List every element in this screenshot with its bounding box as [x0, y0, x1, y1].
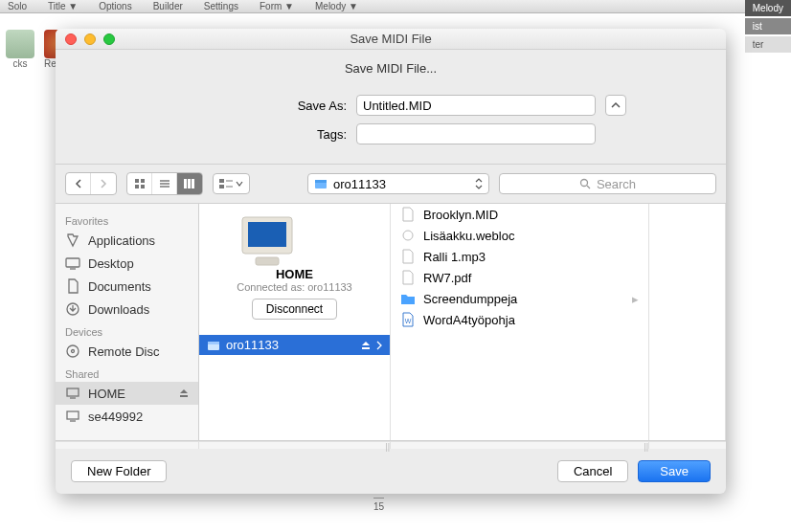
tags-label: Tags:	[155, 127, 347, 142]
disconnect-button[interactable]: Disconnect	[252, 299, 337, 320]
background-right-tabs: Melody ist ter	[745, 0, 791, 53]
sidebar-section-devices: Devices	[56, 321, 198, 340]
disc-icon	[65, 344, 80, 359]
svg-rect-31	[208, 342, 219, 344]
search-icon	[579, 178, 591, 189]
dialog-subtitle: Save MIDI File...	[56, 50, 726, 83]
column-computer: HOME Connected as: oro11133 Disconnect o…	[199, 204, 391, 440]
file-row[interactable]: Screendumppeja▸	[391, 288, 648, 309]
arrange-button[interactable]	[213, 173, 250, 194]
background-menu: SoloTitle ▼OptionsBuilderSettingsForm ▼M…	[0, 0, 791, 13]
svg-rect-25	[67, 411, 79, 419]
chevron-left-icon	[75, 179, 82, 188]
sidebar-item-documents[interactable]: Documents	[56, 275, 198, 298]
save-dialog: Save MIDI File Save MIDI File... Save As…	[56, 29, 726, 494]
svg-rect-7	[184, 179, 187, 188]
file-row[interactable]: Lisäakku.webloc	[391, 225, 648, 246]
svg-rect-8	[188, 179, 191, 188]
location-label: oro11133	[333, 177, 386, 191]
chevron-up-icon	[611, 100, 621, 110]
computer-name: HOME	[237, 267, 351, 281]
column-resize-row: || ||	[56, 441, 726, 449]
svg-point-21	[67, 345, 79, 357]
svg-rect-11	[219, 185, 224, 188]
folder-icon	[400, 291, 416, 306]
save-button[interactable]: Save	[638, 460, 711, 482]
downloads-icon	[65, 301, 80, 317]
chevron-right-icon	[100, 179, 107, 188]
sidebar-item-desktop[interactable]: Desktop	[56, 252, 198, 275]
columns-icon	[183, 178, 196, 189]
svg-rect-23	[67, 388, 79, 396]
saveas-input[interactable]	[356, 95, 596, 116]
desktop-icon	[65, 255, 80, 271]
browser-toolbar: oro11133 Search	[56, 165, 726, 203]
webloc-icon	[400, 228, 416, 243]
svg-rect-1	[141, 179, 145, 183]
connected-as-label: Connected as: oro11133	[237, 281, 351, 293]
pc-icon	[65, 386, 80, 401]
sidebar-item-se449992[interactable]: se449992	[56, 405, 198, 428]
file-row[interactable]: WWordA4työpohja	[391, 309, 648, 330]
chevron-down-icon	[236, 180, 243, 188]
column-files: Brooklyn.MID Lisäakku.webloc Ralli 1.mp3…	[391, 204, 649, 440]
svg-rect-18	[66, 258, 79, 267]
saveas-label: Save As:	[155, 99, 347, 113]
tags-input[interactable]	[356, 123, 596, 144]
applications-icon	[65, 233, 80, 248]
svg-point-22	[72, 350, 75, 353]
volume-row[interactable]: oro11133	[199, 335, 390, 355]
location-popup[interactable]: oro11133	[307, 173, 489, 194]
timeline-ruler: 15	[373, 498, 384, 517]
sidebar-section-favorites: Favorites	[56, 210, 198, 229]
window-title: Save MIDI File	[56, 32, 726, 46]
icon-view-button[interactable]	[127, 173, 152, 194]
svg-rect-15	[315, 180, 327, 183]
word-icon: W	[400, 312, 416, 327]
list-icon	[159, 178, 170, 189]
titlebar: Save MIDI File	[56, 29, 726, 50]
svg-text:W: W	[405, 318, 412, 324]
grid-icon	[134, 178, 146, 189]
sidebar-item-applications[interactable]: Applications	[56, 229, 198, 252]
svg-rect-0	[135, 179, 139, 183]
collapse-toggle-button[interactable]	[605, 95, 626, 116]
eject-icon[interactable]	[179, 388, 189, 398]
audio-icon	[400, 249, 416, 264]
svg-rect-3	[141, 185, 145, 188]
crt-monitor-icon	[237, 213, 298, 267]
sidebar-section-shared: Shared	[56, 363, 198, 382]
group-icon	[219, 178, 233, 189]
sidebar: Favorites Applications Desktop Documents…	[56, 204, 199, 440]
documents-icon	[65, 278, 80, 294]
svg-rect-29	[256, 257, 279, 265]
sidebar-item-home[interactable]: HOME	[56, 382, 198, 405]
svg-rect-9	[192, 179, 194, 188]
new-folder-button[interactable]: New Folder	[71, 460, 167, 482]
svg-point-16	[580, 180, 587, 187]
chevron-right-icon	[376, 341, 382, 350]
column-empty	[649, 204, 726, 440]
svg-rect-2	[135, 185, 139, 188]
column-view-button[interactable]	[177, 173, 202, 194]
svg-rect-28	[248, 222, 286, 247]
file-row[interactable]: RW7.pdf	[391, 267, 648, 288]
svg-rect-10	[219, 179, 224, 183]
back-button[interactable]	[66, 173, 91, 194]
svg-line-17	[587, 186, 590, 188]
forward-button[interactable]	[91, 173, 116, 194]
svg-point-32	[403, 231, 413, 240]
file-row[interactable]: Brooklyn.MID	[391, 204, 648, 225]
pdf-icon	[400, 270, 416, 285]
list-view-button[interactable]	[152, 173, 177, 194]
file-row[interactable]: Ralli 1.mp3	[391, 246, 648, 267]
volume-icon	[314, 177, 328, 190]
search-field[interactable]: Search	[499, 173, 716, 194]
eject-icon[interactable]	[361, 341, 371, 350]
cancel-button[interactable]: Cancel	[557, 460, 628, 482]
search-placeholder: Search	[597, 177, 636, 191]
file-icon	[400, 207, 416, 222]
sidebar-item-remote-disc[interactable]: Remote Disc	[56, 340, 198, 363]
sidebar-item-downloads[interactable]: Downloads	[56, 298, 198, 321]
popup-arrows-icon	[475, 178, 483, 189]
